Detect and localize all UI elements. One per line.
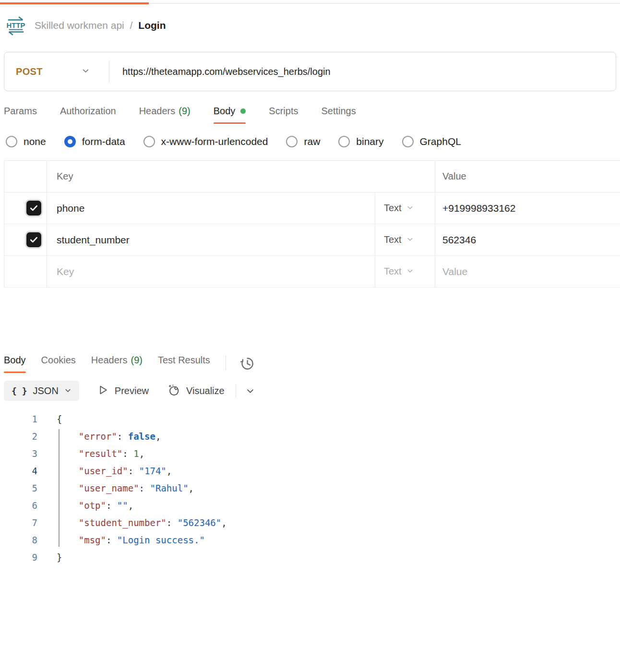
key-cell[interactable]: phone [47, 192, 375, 224]
chevron-down-icon[interactable] [246, 386, 255, 396]
json-token: "error" [79, 431, 117, 442]
tab-label: Settings [321, 106, 356, 117]
radio-label: GraphQL [420, 136, 461, 147]
format-dropdown[interactable]: { } JSON [4, 381, 79, 401]
response-tab-cookies[interactable]: Cookies [41, 355, 76, 373]
code-line: 7 "student_number": "562346", [0, 514, 620, 531]
json-token [57, 517, 79, 528]
json-token: "student_number" [79, 517, 167, 528]
code-text: "user_id": "174", [37, 462, 172, 480]
response-tab-test-results[interactable]: Test Results [158, 355, 210, 373]
play-icon [97, 384, 109, 398]
json-token: : [128, 466, 139, 476]
json-token [57, 448, 79, 459]
json-token: "174" [139, 466, 167, 476]
preview-button[interactable]: Preview [97, 384, 149, 398]
line-number: 6 [0, 497, 37, 514]
radio-label: raw [304, 136, 320, 147]
type-dropdown[interactable]: Text [375, 192, 435, 224]
code-line: 3 "result": 1, [0, 445, 620, 462]
type-label: Text [384, 203, 402, 214]
json-token [57, 431, 79, 442]
checkbox-checked[interactable] [26, 201, 41, 216]
json-token: "user_id" [79, 466, 128, 476]
json-token: "Login success." [117, 535, 205, 545]
response-tab-list: BodyCookiesHeaders(9)Test Results [4, 355, 210, 373]
tab-scripts[interactable]: Scripts [269, 106, 298, 124]
breadcrumb-collection[interactable]: Skilled workmen api [35, 20, 124, 31]
tab-label: Body [214, 106, 236, 117]
type-label: Text [384, 234, 402, 245]
line-number: 7 [0, 514, 37, 531]
code-line: 2 "error": false, [0, 428, 620, 445]
response-body-json: 1{2 "error": false,3 "result": 1,4 "user… [0, 410, 620, 566]
url-input[interactable] [109, 66, 616, 78]
tab-strip [0, 0, 620, 5]
request-tabs: ParamsAuthorizationHeaders(9)BodyScripts… [4, 106, 616, 124]
unsaved-dot [240, 108, 246, 114]
json-token: , [167, 466, 172, 476]
value-cell[interactable]: 562346 [435, 224, 620, 255]
clock-history-icon[interactable] [238, 355, 256, 372]
tab-authorization[interactable]: Authorization [60, 106, 116, 124]
chevron-down-icon [406, 234, 414, 245]
radio-label: none [24, 136, 46, 147]
json-token: "" [117, 500, 128, 511]
code-text: "error": false, [37, 428, 161, 445]
table-header-row: Key Value [4, 161, 620, 192]
radio-label: x-www-form-urlencoded [161, 136, 268, 147]
tab-label: Test Results [158, 355, 210, 366]
response-tabs: BodyCookiesHeaders(9)Test Results [4, 355, 620, 373]
key-cell[interactable]: student_number [47, 224, 375, 255]
radio-raw[interactable]: raw [286, 136, 320, 147]
tab-label: Cookies [41, 355, 76, 366]
body-mode-radios: noneform-datax-www-form-urlencodedrawbin… [6, 136, 616, 147]
json-token: : [106, 535, 117, 545]
visualize-button[interactable]: Visualize [167, 383, 225, 399]
json-token: "otp" [79, 500, 106, 511]
checkbox-checked[interactable] [26, 232, 41, 247]
json-token: "result" [79, 448, 123, 459]
row-select-cell [4, 224, 47, 255]
row-select-cell [4, 256, 47, 287]
radio-x-www-form-urlencoded[interactable]: x-www-form-urlencoded [143, 136, 268, 147]
chevron-down-icon [82, 67, 90, 77]
code-line: 9} [0, 549, 620, 566]
tab-params[interactable]: Params [4, 106, 37, 124]
json-token: } [57, 552, 62, 563]
magic-ball-icon [167, 383, 180, 399]
response-tab-body[interactable]: Body [4, 355, 26, 373]
radio-binary[interactable]: binary [338, 136, 383, 147]
type-dropdown[interactable]: Text [375, 256, 435, 287]
radio-graphql[interactable]: GraphQL [402, 136, 461, 147]
radio-form-data[interactable]: form-data [64, 136, 125, 147]
radio-label: form-data [82, 136, 125, 147]
line-number: 4 [0, 462, 37, 480]
json-token: , [128, 500, 133, 511]
method-dropdown[interactable]: POST [4, 66, 109, 77]
indent-guide [59, 429, 60, 547]
breadcrumb-separator: / [130, 20, 133, 31]
response-tab-headers[interactable]: Headers(9) [91, 355, 143, 373]
tab-body[interactable]: Body [214, 106, 246, 124]
code-line: 1{ [0, 410, 620, 428]
radio-unselected-icon [286, 136, 298, 147]
type-dropdown[interactable]: Text [375, 224, 435, 255]
value-column-header: Value [435, 161, 620, 192]
line-number: 5 [0, 480, 37, 497]
json-token: : [122, 448, 133, 459]
breadcrumb: HTTP Skilled workmen api / Login [5, 14, 620, 36]
select-all-column [4, 161, 47, 192]
tab-settings[interactable]: Settings [321, 106, 356, 124]
http-icon: HTTP [5, 14, 27, 36]
value-cell[interactable]: Value [435, 256, 620, 287]
value-cell[interactable]: +919998933162 [435, 192, 620, 224]
tab-headers[interactable]: Headers(9) [139, 106, 191, 124]
radio-none[interactable]: none [6, 136, 46, 147]
row-select-cell [4, 192, 47, 224]
key-cell[interactable]: Key [47, 256, 375, 287]
json-token: "562346" [178, 517, 222, 528]
divider [226, 356, 226, 370]
table-row: phoneText+919998933162 [4, 192, 620, 224]
table-row: KeyTextValue [4, 256, 620, 288]
